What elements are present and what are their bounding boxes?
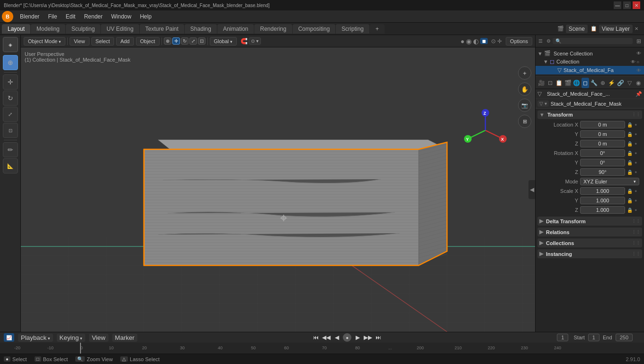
scene-collection-item[interactable]: ▼ 🎬 Scene Collection 👁: [536, 49, 644, 57]
location-x-keyframe[interactable]: ●: [635, 122, 639, 127]
add-menu[interactable]: Add: [116, 37, 134, 46]
close-button[interactable]: ✕: [633, 1, 640, 9]
rotation-x-keyframe[interactable]: ●: [635, 151, 639, 155]
camera-view-btn[interactable]: 📷: [518, 99, 531, 112]
select-menu[interactable]: Select: [91, 37, 115, 46]
collection-item[interactable]: ▼ ◻ Collection 👁 ○: [536, 57, 644, 66]
view-menu[interactable]: View: [70, 37, 89, 46]
location-z-value[interactable]: 0 m: [580, 140, 625, 147]
transform-tool-btn[interactable]: ⊡: [3, 123, 18, 138]
mode-selector[interactable]: ◈: [3, 37, 18, 52]
scale-icon-btn[interactable]: ⤢: [189, 37, 197, 45]
step-fwd-btn[interactable]: ▶▶: [364, 333, 372, 342]
prop-tab-view-layer[interactable]: 📋: [555, 78, 563, 88]
tab-uv-editing[interactable]: UV Editing: [101, 24, 139, 34]
pan-btn[interactable]: ✋: [518, 82, 531, 96]
maximize-button[interactable]: □: [623, 1, 631, 9]
tab-layout[interactable]: Layout: [2, 24, 30, 34]
collection-restrict[interactable]: ○: [636, 59, 642, 64]
transform-icon-btn[interactable]: ⊡: [198, 37, 206, 45]
transform-header[interactable]: Transform ⋮⋮: [537, 110, 642, 119]
measure-tool-btn[interactable]: 📐: [3, 158, 18, 173]
object-eye[interactable]: 👁: [636, 68, 642, 73]
viewport-shading-2[interactable]: ◉: [466, 37, 472, 45]
end-frame[interactable]: 250: [616, 334, 633, 341]
scale-x-value[interactable]: 1.000: [580, 187, 625, 195]
location-z-lock[interactable]: 🔒: [627, 141, 633, 146]
scale-y-keyframe[interactable]: ●: [635, 198, 639, 203]
scale-y-lock[interactable]: 🔒: [627, 198, 633, 203]
object-mode-button[interactable]: Object Mode: [24, 37, 65, 46]
jump-end-btn[interactable]: ⏭: [374, 333, 383, 342]
viewport-overlay-btn[interactable]: ⊙: [491, 38, 496, 45]
marker-button[interactable]: Marker: [112, 334, 137, 342]
options-menu[interactable]: Options: [506, 37, 532, 46]
scene-search[interactable]: 🔍: [553, 38, 633, 44]
minimize-button[interactable]: —: [614, 1, 621, 9]
scale-y-value[interactable]: 1.000: [580, 197, 625, 204]
prop-tab-world[interactable]: 🌐: [572, 78, 581, 88]
scene-name[interactable]: Scene: [566, 25, 588, 33]
rotation-x-lock[interactable]: 🔒: [627, 151, 633, 156]
object-item[interactable]: ▽ Stack_of_Medical_Fa 👁: [536, 66, 644, 74]
prop-tab-physics[interactable]: ⚡: [608, 78, 616, 88]
menu-blender[interactable]: Blender: [16, 12, 43, 21]
scale-tool-btn[interactable]: ⤢: [3, 107, 18, 122]
blender-logo[interactable]: B: [2, 11, 13, 22]
rotation-z-value[interactable]: 90°: [580, 168, 625, 176]
viewport-shading-3[interactable]: ◐: [473, 37, 479, 45]
prop-tab-output[interactable]: ⊡: [546, 78, 555, 88]
location-y-keyframe[interactable]: ●: [635, 132, 639, 136]
collapse-right-panel-btn[interactable]: ◀: [528, 180, 535, 199]
prop-tab-constraints[interactable]: 🔗: [617, 78, 625, 88]
prop-tab-object[interactable]: ◻: [581, 78, 590, 88]
move-icon-btn[interactable]: ✛: [172, 37, 180, 45]
pin-icon[interactable]: 📌: [635, 91, 642, 97]
menu-window[interactable]: Window: [107, 12, 135, 21]
viewport-shading-1[interactable]: ●: [461, 37, 465, 45]
prop-tab-material[interactable]: ◉: [634, 78, 642, 88]
instancing-header[interactable]: Instancing ⋮⋮: [537, 249, 642, 258]
cursor-icon-btn[interactable]: ⊕: [164, 37, 171, 45]
location-y-lock[interactable]: 🔒: [627, 132, 633, 137]
rotation-y-value[interactable]: 0°: [580, 159, 625, 166]
snap-btn[interactable]: 🧲: [241, 38, 248, 45]
prop-tab-render[interactable]: 🎥: [537, 78, 546, 88]
play-fwd-btn[interactable]: ▶: [353, 333, 362, 342]
scene-eye[interactable]: 👁: [636, 51, 642, 56]
view-layer-name[interactable]: View Layer: [599, 25, 633, 33]
tab-shading[interactable]: Shading: [185, 24, 217, 34]
zoom-in-btn[interactable]: +: [518, 66, 531, 80]
tab-texture-paint[interactable]: Texture Paint: [140, 24, 184, 34]
scale-z-lock[interactable]: 🔒: [627, 208, 633, 213]
menu-edit[interactable]: Edit: [62, 12, 80, 21]
location-x-lock[interactable]: 🔒: [627, 122, 633, 127]
menu-file[interactable]: File: [44, 12, 61, 21]
rotation-z-lock[interactable]: 🔒: [627, 170, 633, 175]
scale-z-keyframe[interactable]: ●: [635, 208, 639, 212]
current-frame[interactable]: 1: [557, 334, 568, 341]
timeline-icon[interactable]: 📈: [4, 333, 14, 342]
play-pause-dot[interactable]: ●: [343, 333, 351, 342]
relations-header[interactable]: Relations ⋮⋮: [537, 228, 642, 237]
keying-button[interactable]: Keying: [57, 334, 85, 342]
menu-render[interactable]: Render: [80, 12, 106, 21]
scale-z-value[interactable]: 1.000: [580, 206, 625, 214]
move-tool-btn[interactable]: ✛: [3, 74, 18, 90]
proportional-btn[interactable]: ⊙ ▾: [249, 37, 261, 45]
play-back-btn[interactable]: ◀: [332, 333, 341, 342]
view-options-btn[interactable]: ⊞: [636, 38, 641, 45]
cursor-tool-btn[interactable]: ⊕: [3, 55, 18, 70]
tab-scripting[interactable]: Scripting: [336, 24, 369, 34]
prop-tab-scene[interactable]: 🎬: [564, 78, 572, 88]
annotate-tool-btn[interactable]: ✏: [3, 142, 18, 157]
collection-expand[interactable]: ▼: [543, 59, 550, 64]
collections-header[interactable]: Collections ⋮⋮: [537, 238, 642, 247]
grid-view-btn[interactable]: ⊞: [518, 115, 531, 128]
location-z-keyframe[interactable]: ●: [635, 141, 639, 146]
data-type-btn[interactable]: ▽ ▾: [537, 100, 549, 107]
location-y-value[interactable]: 0 m: [580, 130, 625, 138]
start-frame[interactable]: 1: [588, 334, 599, 341]
rotation-x-value[interactable]: 0°: [580, 149, 625, 157]
collection-eye[interactable]: 👁: [631, 59, 636, 64]
